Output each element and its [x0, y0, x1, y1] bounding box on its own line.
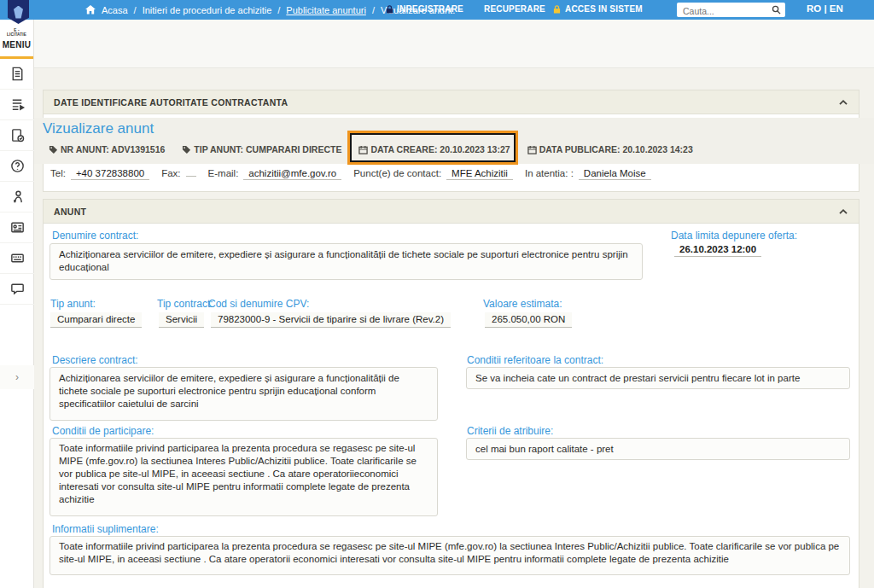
- contact-email-label: E-mail:: [208, 168, 239, 178]
- meta-data-creare-label: DATA CREARE: 20.10.2023 13:27: [370, 144, 510, 154]
- contact-email: E-mail: achizitii@mfe.gov.ro: [208, 168, 342, 180]
- acces-label: ACCES IN SISTEM: [565, 4, 643, 14]
- recuperare-link[interactable]: RECUPERARE: [484, 4, 545, 14]
- keyboard-icon: [9, 250, 26, 266]
- tip-anunt-label: Tip anunt:: [50, 298, 96, 310]
- search-box: [677, 3, 785, 17]
- tag-icon: [182, 145, 191, 154]
- contact-atentia-label: In atentia: :: [525, 168, 574, 178]
- overlay-auth-menu: INREGISTRARE RECUPERARE: [386, 4, 545, 14]
- clipboard-check-icon: [9, 127, 26, 143]
- calendar-icon: [527, 145, 537, 154]
- denumire-contract-label: Denumire contract:: [52, 230, 138, 242]
- panel-anunt-header[interactable]: ANUNT: [44, 200, 859, 224]
- panel-anunt: ANUNT Denumire contract: Achiziționarea …: [43, 199, 859, 588]
- sidebar-item-utilizator[interactable]: [0, 182, 34, 212]
- topbar: Acasa / Initieri de proceduri de achizit…: [0, 0, 874, 20]
- breadcrumb-item-publicitate[interactable]: Publicitate anunturi: [286, 5, 366, 15]
- meta-nr-anunt: NR ANUNT: ADV1391516: [49, 144, 165, 154]
- contact-punct: Punct(e) de contact: MFE Achizitii: [353, 168, 513, 180]
- breadcrumb-separator: /: [134, 5, 137, 15]
- contact-atentia: In atentia: : Daniela Moise: [525, 168, 651, 180]
- sidebar-item-mesaje[interactable]: [0, 274, 34, 305]
- contact-atentia-value: Daniela Moise: [579, 168, 651, 180]
- criterii-atribuire-value: cel mai bun raport calitate - pret: [466, 438, 850, 460]
- tip-contract-value: Servicii: [159, 312, 204, 328]
- viewer-meta-row: NR ANUNT: ADV1391516 TIP ANUNT: CUMPARAR…: [49, 144, 693, 154]
- chevron-up-icon[interactable]: [838, 208, 848, 215]
- panel-anunt-title: ANUNT: [54, 207, 838, 217]
- breadcrumb-home[interactable]: Acasa: [102, 5, 128, 15]
- sidebar-expand-button[interactable]: ›: [0, 365, 34, 389]
- panel-date-identificare-header[interactable]: DATE IDENTIFICARE AUTORITATE CONTRACTANT…: [44, 90, 859, 114]
- meta-data-publicare: DATA PUBLICARE: 20.10.2023 14:23: [527, 144, 693, 154]
- contact-fax-value: [186, 175, 196, 177]
- contact-email-value: achizitii@mfe.gov.ro: [243, 168, 341, 180]
- viewer-overlay-band: Vizualizare anunt NR ANUNT: ADV1391516 T…: [34, 118, 874, 164]
- sidebar-item-proceduri[interactable]: [0, 90, 34, 120]
- contact-punct-value: MFE Achizitii: [446, 168, 513, 180]
- contact-fax-label: Fax:: [161, 168, 180, 178]
- sidebar-brand: E - LICITATIE: [3, 28, 29, 36]
- conditii-contract-value: Se va incheia cate un contract de presta…: [466, 367, 850, 389]
- tip-contract-label: Tip contract:: [157, 298, 213, 310]
- conditii-participare-value: Toate informatiile privind participarea …: [50, 438, 438, 516]
- contact-fax: Fax:: [161, 168, 195, 178]
- sidebar-item-card-identitate[interactable]: [0, 212, 34, 243]
- breadcrumb-separator: /: [277, 5, 280, 15]
- content-top-strip: ‹: [34, 20, 874, 68]
- meta-tip-anunt: TIP ANUNT: CUMPARARI DIRECTE: [182, 144, 341, 154]
- page-title: Vizualizare anunt: [43, 120, 154, 137]
- cpv-value: 79823000-9 - Servicii de tiparire si de …: [211, 312, 451, 328]
- calendar-icon: [358, 145, 368, 154]
- help-icon: [9, 158, 26, 174]
- breadcrumb-item-initieri[interactable]: Initieri de proceduri de achizitie: [143, 5, 272, 15]
- conditii-participare-label: Conditii de participare:: [52, 425, 154, 437]
- chevron-up-icon[interactable]: [838, 99, 848, 106]
- sidebar-item-terminal[interactable]: [0, 243, 34, 274]
- acces-in-sistem-link[interactable]: ACCES IN SISTEM: [553, 4, 643, 14]
- informatii-suplimentare-label: Informatii suplimentare:: [52, 523, 159, 535]
- panel-date-identificare-title: DATE IDENTIFICARE AUTORITATE CONTRACTANT…: [54, 97, 838, 108]
- lock-icon: [553, 5, 561, 14]
- lock-icon: [386, 5, 393, 14]
- valoare-estimata-value: 265.050,00 RON: [485, 312, 572, 328]
- panel-anunt-body: Denumire contract: Achiziționarea servic…: [44, 224, 859, 588]
- search-icon[interactable]: [772, 5, 781, 15]
- meta-data-creare: DATA CREARE: 20.10.2023 13:27: [358, 144, 510, 154]
- informatii-suplimentare-value: Toate informatiile privind participarea …: [50, 536, 850, 575]
- list-arrow-icon: [9, 96, 26, 113]
- contact-tel: Tel: +40 372838800: [50, 168, 149, 180]
- criterii-atribuire-label: Criterii de atribuire:: [467, 425, 553, 437]
- inregistrare-link[interactable]: INREGISTRARE: [386, 4, 463, 14]
- descriere-contract-value: Achiziționarea serviciilor de emitere, e…: [50, 367, 438, 421]
- tag-icon: [49, 145, 58, 154]
- chat-icon: [9, 281, 26, 297]
- conditii-contract-label: Conditii referitoare la contract:: [467, 354, 603, 366]
- id-card-icon: [9, 219, 26, 236]
- language-switcher[interactable]: RO | EN: [807, 3, 843, 14]
- valoare-estimata-label: Valoare estimata:: [483, 298, 562, 310]
- contact-punct-label: Punct(e) de contact:: [353, 168, 441, 178]
- contact-tel-label: Tel:: [50, 168, 66, 178]
- cpv-label: Cod si denumire CPV:: [208, 298, 309, 310]
- contact-tel-value: +40 372838800: [71, 168, 149, 180]
- sidebar-item-ajutor[interactable]: [0, 151, 34, 182]
- denumire-contract-value: Achiziționarea serviciilor de emitere, e…: [50, 243, 643, 280]
- descriere-contract-label: Descriere contract:: [52, 354, 138, 366]
- data-limita-value: 26.10.2023 12:00: [674, 244, 761, 257]
- meta-tip-anunt-label: TIP ANUNT: CUMPARARI DIRECTE: [194, 144, 341, 154]
- user-icon: [9, 189, 26, 205]
- sidebar-item-documente[interactable]: [0, 59, 34, 90]
- meta-data-publicare-label: DATA PUBLICARE: 20.10.2023 14:23: [539, 144, 693, 154]
- home-icon[interactable]: [85, 5, 96, 15]
- logo-emblem: [14, 6, 23, 19]
- sidebar-menu-label: MENIU: [0, 40, 33, 49]
- search-input[interactable]: [677, 4, 785, 19]
- sidebar: E - LICITATIE MENIU ›: [0, 20, 34, 588]
- file-icon: [9, 66, 26, 82]
- data-limita-label: Data limita depunere oferta:: [671, 230, 797, 242]
- sidebar-item-verificare[interactable]: [0, 120, 34, 151]
- contact-row: Tel: +40 372838800 Fax: E-mail: achiziti…: [50, 168, 651, 180]
- tip-anunt-value: Cumparari directe: [50, 312, 142, 328]
